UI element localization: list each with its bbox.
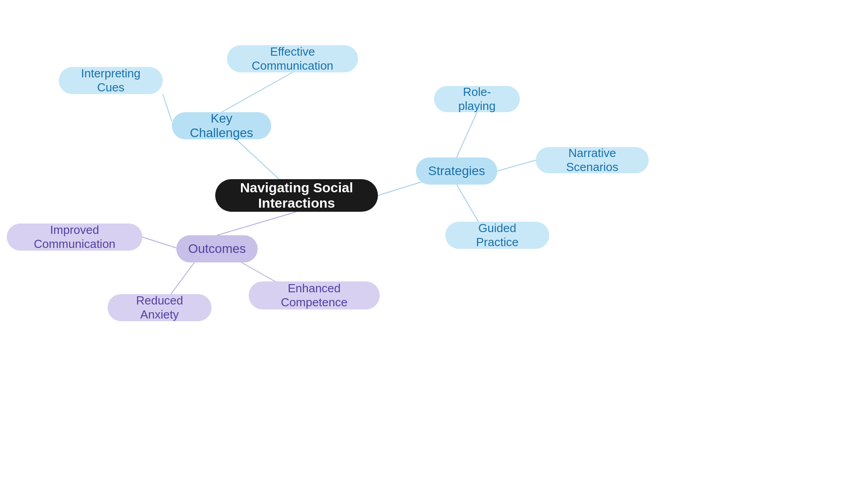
svg-line-2 xyxy=(163,94,172,121)
svg-line-5 xyxy=(497,160,536,171)
svg-line-8 xyxy=(142,237,176,248)
role-playing-node: Role-playing xyxy=(434,86,520,112)
strategies-node: Strategies xyxy=(416,157,497,185)
svg-line-9 xyxy=(171,262,194,294)
center-node: Navigating Social Interactions xyxy=(215,179,378,212)
guided-practice-node: Guided Practice xyxy=(445,222,549,249)
improved-communication-node: Improved Communication xyxy=(7,224,142,251)
interpreting-cues-node: Interpreting Cues xyxy=(59,67,163,94)
outcomes-node: Outcomes xyxy=(176,235,258,262)
narrative-scenarios-node: Narrative Scenarios xyxy=(536,147,649,173)
reduced-anxiety-node: Reduced Anxiety xyxy=(108,294,212,321)
effective-communication-node: Effective Communication xyxy=(227,45,358,72)
key-challenges-node: Key Challenges xyxy=(172,112,271,139)
svg-line-7 xyxy=(217,212,297,235)
enhanced-competence-node: Enhanced Competence xyxy=(249,281,380,309)
svg-line-4 xyxy=(457,112,477,157)
svg-line-1 xyxy=(222,72,292,112)
